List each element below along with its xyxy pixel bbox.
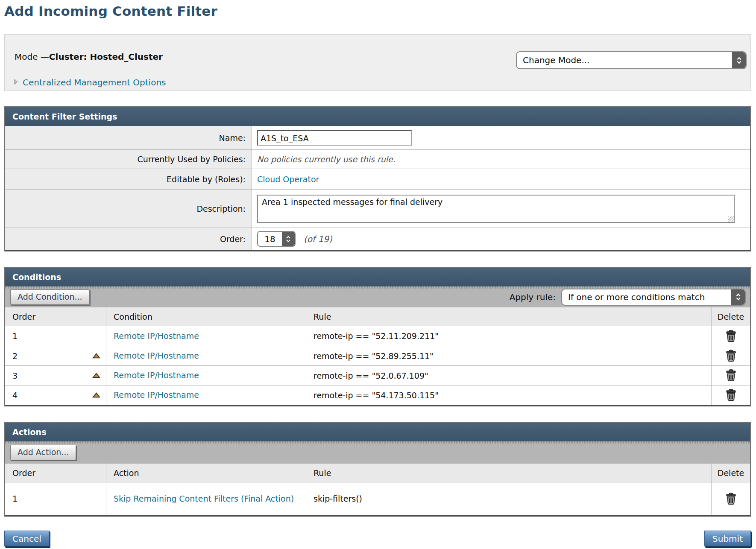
footer-actions: Cancel Submit xyxy=(4,530,751,548)
description-label: Description: xyxy=(5,190,252,228)
mode-label: Mode — xyxy=(15,52,49,62)
condition-order: 1 xyxy=(12,331,18,341)
actions-section-header: Actions xyxy=(5,423,750,441)
condition-link[interactable]: Remote IP/Hostname xyxy=(114,331,199,342)
up-triangle-icon xyxy=(92,392,100,398)
up-triangle-icon xyxy=(92,373,100,378)
conditions-table-header: Order Condition Rule Delete xyxy=(5,307,750,326)
condition-rule: remote-ip == "54.173.50.115" xyxy=(314,391,439,400)
action-order: 1 xyxy=(12,494,18,503)
delete-condition-button[interactable] xyxy=(726,369,736,382)
condition-order: 3 xyxy=(12,371,18,380)
page-title: Add Incoming Content Filter xyxy=(4,3,751,19)
move-up-button[interactable] xyxy=(92,353,100,359)
condition-table-row: 1 Remote IP/Hostname remote-ip == "52.11… xyxy=(5,326,750,346)
name-input[interactable] xyxy=(257,130,412,146)
apply-rule-selected-value: If one or more conditions match xyxy=(562,289,731,305)
condition-table-row: 3 Remote IP/Hostname remote-ip == "52.0.… xyxy=(5,365,750,385)
up-down-chevrons-icon xyxy=(731,289,745,305)
add-condition-button[interactable]: Add Condition... xyxy=(10,289,90,305)
column-header-rule: Rule xyxy=(306,464,712,482)
change-mode-selected-value: Change Mode... xyxy=(517,52,732,68)
settings-section-header: Content Filter Settings xyxy=(5,107,750,126)
delete-condition-button[interactable] xyxy=(726,330,736,342)
column-header-condition: Condition xyxy=(106,307,306,326)
column-header-rule: Rule xyxy=(306,307,712,326)
trash-icon xyxy=(726,330,736,342)
order-stepper[interactable]: 18 xyxy=(257,231,296,247)
action-link[interactable]: Skip Remaining Content Filters (Final Ac… xyxy=(114,494,294,504)
change-mode-select[interactable]: Change Mode... xyxy=(516,51,747,69)
condition-rule: remote-ip == "52.89.255.11" xyxy=(314,351,434,361)
condition-table-row: 2 Remote IP/Hostname remote-ip == "52.89… xyxy=(5,346,750,365)
trash-icon xyxy=(726,493,736,505)
order-label: Order: xyxy=(5,228,252,250)
cancel-button[interactable]: Cancel xyxy=(4,530,50,546)
condition-order: 2 xyxy=(12,351,18,361)
policies-label: Currently Used by Policies: xyxy=(5,150,252,169)
delete-action-button[interactable] xyxy=(726,493,736,505)
page: Add Incoming Content Filter Mode —Cluste… xyxy=(4,3,751,548)
mode-panel: Mode —Cluster: Hosted_Cluster Change Mod… xyxy=(4,34,751,91)
condition-table-row: 4 Remote IP/Hostname remote-ip == "54.17… xyxy=(5,385,750,405)
up-down-chevrons-icon xyxy=(732,52,746,68)
policies-row: Currently Used by Policies: No policies … xyxy=(5,149,750,169)
roles-label: Editable by (Roles): xyxy=(5,169,252,189)
move-up-button[interactable] xyxy=(92,392,100,398)
column-header-action: Action xyxy=(106,464,306,482)
policies-value: No policies currently use this rule. xyxy=(257,155,396,164)
name-label: Name: xyxy=(5,126,252,149)
conditions-section-header: Conditions xyxy=(5,268,750,286)
roles-value-link[interactable]: Cloud Operator xyxy=(257,175,319,184)
centralized-management-link[interactable]: Centralized Management Options xyxy=(23,77,166,88)
delete-condition-button[interactable] xyxy=(726,389,736,401)
apply-rule-select[interactable]: If one or more conditions match xyxy=(561,289,746,306)
column-header-delete: Delete xyxy=(712,307,750,326)
apply-rule-group: Apply rule: If one or more conditions ma… xyxy=(510,289,746,306)
up-down-chevrons-icon xyxy=(282,232,295,246)
apply-rule-label: Apply rule: xyxy=(510,292,556,302)
move-up-button[interactable] xyxy=(92,373,100,378)
order-row: Order: 18 (of 19) xyxy=(5,228,750,250)
condition-rule: remote-ip == "52.11.209.211" xyxy=(314,331,439,341)
add-action-button[interactable]: Add Action... xyxy=(10,445,76,460)
disclosure-triangle-icon[interactable] xyxy=(14,79,18,87)
condition-rule: remote-ip == "52.0.67.109" xyxy=(314,371,428,380)
trash-icon xyxy=(726,389,736,401)
actions-toolbar: Add Action... xyxy=(5,441,750,464)
submit-button[interactable]: Submit xyxy=(704,530,751,546)
description-textarea[interactable]: Area 1 inspected messages for final deli… xyxy=(257,195,735,223)
column-header-delete: Delete xyxy=(712,464,750,482)
description-row: Description: Area 1 inspected messages f… xyxy=(5,189,750,228)
order-total-note: (of 19) xyxy=(304,234,332,244)
actions-section: Actions Add Action... Order Action Rule … xyxy=(4,422,751,517)
roles-row: Editable by (Roles): Cloud Operator xyxy=(5,169,750,189)
column-header-order: Order xyxy=(5,464,106,482)
content-filter-settings-section: Content Filter Settings Name: Currently … xyxy=(4,106,751,251)
condition-link[interactable]: Remote IP/Hostname xyxy=(114,370,199,381)
mode-text: Mode —Cluster: Hosted_Cluster xyxy=(15,52,163,62)
conditions-section: Conditions Add Condition... Apply rule: … xyxy=(4,267,751,406)
condition-link[interactable]: Remote IP/Hostname xyxy=(114,350,199,361)
column-header-order: Order xyxy=(5,307,106,326)
action-rule: skip-filters() xyxy=(314,494,362,503)
conditions-toolbar: Add Condition... Apply rule: If one or m… xyxy=(5,286,750,307)
delete-condition-button[interactable] xyxy=(726,350,736,362)
order-value: 18 xyxy=(258,232,282,246)
trash-icon xyxy=(726,350,736,362)
name-row: Name: xyxy=(5,126,750,149)
condition-order: 4 xyxy=(12,391,18,400)
mode-value: Cluster: Hosted_Cluster xyxy=(49,52,163,62)
action-table-row: 1 Skip Remaining Content Filters (Final … xyxy=(5,482,750,515)
actions-table-header: Order Action Rule Delete xyxy=(5,464,750,482)
condition-link[interactable]: Remote IP/Hostname xyxy=(114,390,199,400)
up-triangle-icon xyxy=(92,353,100,359)
centralized-management-row: Centralized Management Options xyxy=(14,77,166,88)
trash-icon xyxy=(726,369,736,382)
